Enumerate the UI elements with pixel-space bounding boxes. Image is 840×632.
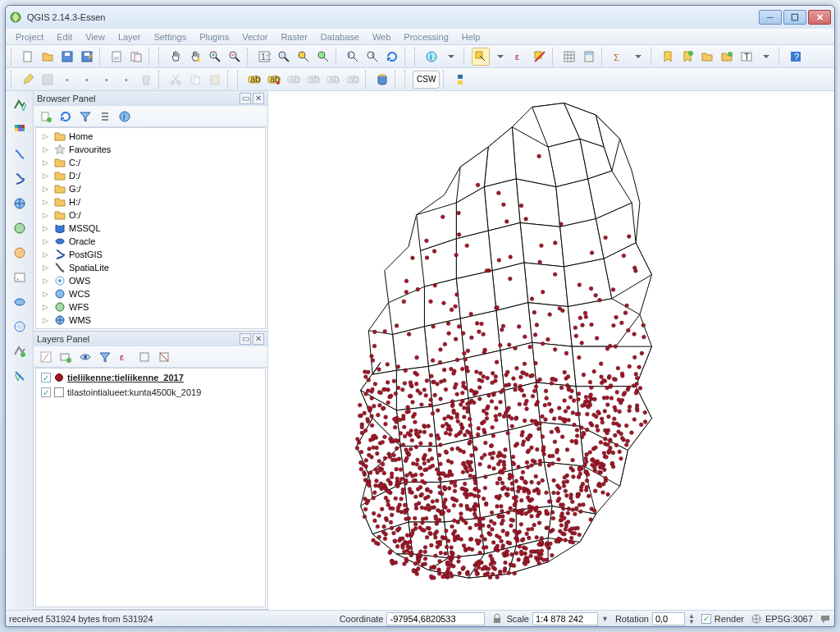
composer-manager-button[interactable]: [127, 48, 145, 66]
menu-vector[interactable]: Vector: [235, 30, 274, 44]
sigma-button[interactable]: Σ: [609, 48, 628, 66]
vector-layer-button[interactable]: V: [9, 94, 30, 116]
menu-layer[interactable]: Layer: [112, 30, 148, 44]
menu-processing[interactable]: Processing: [397, 30, 454, 44]
browser-item[interactable]: ▷Favourites: [36, 143, 265, 156]
zoom-to-layer-button[interactable]: [314, 48, 332, 66]
browser-item[interactable]: ▷D:/: [36, 169, 265, 182]
paste-button[interactable]: [206, 71, 224, 89]
annotation-dropdown[interactable]: [757, 48, 775, 66]
crs-icon[interactable]: [751, 613, 762, 625]
menu-edit[interactable]: Edit: [50, 30, 79, 44]
layers-styling-button[interactable]: [37, 348, 55, 366]
layer-checkbox[interactable]: ✓: [41, 373, 51, 382]
label-abc3[interactable]: abc: [285, 71, 303, 89]
cut-button[interactable]: [167, 71, 185, 89]
layers-undock-button[interactable]: ▭: [240, 333, 251, 345]
layers-filter-button[interactable]: [96, 348, 114, 366]
ed3[interactable]: •: [98, 71, 116, 89]
folder2-button[interactable]: [718, 48, 736, 66]
zoom-full-button[interactable]: [275, 48, 293, 66]
layer-checkbox[interactable]: ✓: [41, 387, 51, 397]
text-annotation-button[interactable]: T: [737, 48, 756, 66]
render-checkbox[interactable]: ✓: [701, 614, 711, 624]
zoom-to-selection-button[interactable]: [294, 48, 313, 66]
menu-plugins[interactable]: Plugins: [193, 30, 235, 44]
menu-view[interactable]: View: [79, 30, 112, 44]
browser-item[interactable]: ▷H:/: [36, 195, 265, 208]
help-button[interactable]: ?: [787, 48, 805, 66]
ed1[interactable]: •: [58, 71, 76, 89]
browser-refresh-button[interactable]: [57, 108, 75, 126]
browser-filter-button[interactable]: [76, 108, 94, 126]
rotation-input[interactable]: [652, 612, 685, 625]
browser-item[interactable]: ▷MSSQL: [36, 222, 265, 235]
browser-item[interactable]: ▷WCS: [36, 287, 265, 300]
layers-add-group-button[interactable]: [57, 348, 75, 366]
label-abc6[interactable]: abc: [344, 71, 362, 89]
map-canvas[interactable]: [268, 91, 834, 610]
maximize-button[interactable]: ☐: [783, 10, 806, 25]
zoom-native-button[interactable]: 1:1: [255, 48, 273, 66]
close-button[interactable]: ✕: [808, 10, 831, 25]
bookmark-button[interactable]: [659, 48, 677, 66]
menu-help[interactable]: Help: [455, 30, 487, 44]
raster-layer-button[interactable]: [9, 119, 30, 140]
print-composer-button[interactable]: [107, 48, 126, 66]
new-vector-button[interactable]: V: [9, 365, 30, 387]
zoom-last-button[interactable]: [344, 48, 362, 66]
rotation-spinner-icon[interactable]: ▲▼: [688, 613, 695, 625]
open-project-button[interactable]: [39, 48, 57, 66]
zoom-out-button[interactable]: [226, 48, 244, 66]
python-console-button[interactable]: [451, 71, 469, 89]
oracle-layer-button[interactable]: [9, 291, 30, 313]
identify-dropdown[interactable]: [442, 48, 460, 66]
browser-item[interactable]: ▷WFS: [36, 300, 265, 314]
browser-item[interactable]: ▷Home: [36, 130, 265, 143]
menu-project[interactable]: Project: [9, 30, 50, 44]
scale-lock-icon[interactable]: [491, 613, 503, 625]
delimited-layer-button[interactable]: ,: [9, 267, 30, 288]
save-as-button[interactable]: [78, 48, 96, 66]
layers-tree[interactable]: ✓tieliikenne:tieliikenne_2017✓tilastoint…: [35, 368, 266, 607]
identify-button[interactable]: i: [422, 48, 441, 66]
browser-item[interactable]: ▷PostGIS: [36, 248, 265, 261]
menu-web[interactable]: Web: [366, 30, 397, 44]
zoom-in-button[interactable]: [206, 48, 224, 66]
menu-settings[interactable]: Settings: [147, 30, 193, 44]
browser-item[interactable]: ▷SpatiaLite: [36, 261, 265, 274]
new-bookmark-button[interactable]: [678, 48, 696, 66]
folder1-button[interactable]: [698, 48, 716, 66]
refresh-button[interactable]: [383, 48, 401, 66]
label-abc5[interactable]: abc: [324, 71, 342, 89]
scale-dropdown-icon[interactable]: ▼: [601, 615, 609, 623]
layers-close-button[interactable]: ✕: [253, 333, 264, 345]
layer-item[interactable]: ✓tieliikenne:tieliikenne_2017: [36, 370, 265, 385]
browser-add-button[interactable]: [37, 108, 55, 126]
minimize-button[interactable]: ─: [759, 10, 782, 25]
crs-label[interactable]: EPSG:3067: [765, 614, 813, 624]
deselect-button[interactable]: [531, 48, 549, 66]
layer-item[interactable]: ✓tilastointialueet:kunta4500k_2019: [36, 385, 265, 400]
layers-remove-button[interactable]: [155, 348, 173, 366]
ed2[interactable]: •: [78, 71, 96, 89]
new-shapefile-button[interactable]: [9, 341, 30, 362]
select-features-button[interactable]: [472, 48, 490, 66]
browser-item[interactable]: ▷C:/: [36, 156, 265, 169]
wms-layer-button[interactable]: [9, 193, 30, 214]
delete-button[interactable]: [137, 71, 155, 89]
browser-item[interactable]: ▷WMS: [36, 314, 265, 327]
menu-raster[interactable]: Raster: [274, 30, 313, 44]
messages-icon[interactable]: [819, 613, 831, 625]
pan-to-selection-button[interactable]: [186, 48, 204, 66]
postgis-layer-button[interactable]: [9, 168, 30, 190]
browser-item[interactable]: ▷O:/: [36, 208, 265, 222]
save-edits-button[interactable]: [39, 71, 57, 89]
db-button[interactable]: [373, 71, 391, 89]
field-calculator-button[interactable]: [580, 48, 598, 66]
label-abc4[interactable]: abc: [304, 71, 322, 89]
save-project-button[interactable]: [58, 48, 76, 66]
coord-input[interactable]: [386, 612, 485, 625]
label-abc1[interactable]: abc: [245, 71, 263, 89]
wfs-layer-button[interactable]: [9, 242, 30, 263]
